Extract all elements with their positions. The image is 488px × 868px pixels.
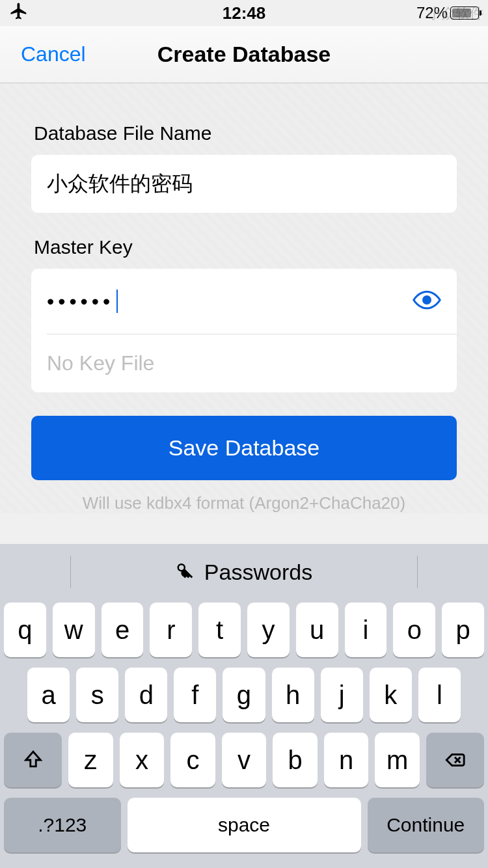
key-f[interactable]: f (174, 668, 216, 722)
text-cursor (116, 290, 118, 313)
backspace-key[interactable] (426, 733, 484, 787)
keyboard-rows: q w e r t y u i o p a s d f g h j k l (0, 600, 488, 852)
nav-bar: Cancel Create Database (0, 26, 488, 83)
eye-icon[interactable] (413, 286, 441, 317)
key-h[interactable]: h (272, 668, 314, 722)
key-n[interactable]: n (324, 733, 369, 787)
keyboard-suggestion-bar[interactable]: Passwords (0, 544, 488, 600)
page-title: Create Database (157, 42, 331, 67)
form-content: Database File Name Master Key •••••• No … (0, 83, 488, 513)
key-x[interactable]: x (120, 733, 165, 787)
key-e[interactable]: e (102, 603, 144, 657)
cancel-button[interactable]: Cancel (21, 42, 86, 66)
key-o[interactable]: o (393, 603, 435, 657)
symbols-key[interactable]: .?123 (4, 798, 121, 852)
key-y[interactable]: y (247, 603, 290, 657)
space-key[interactable]: space (128, 798, 361, 852)
status-time: 12:48 (0, 3, 488, 23)
battery-icon (450, 7, 479, 20)
status-bar: 12:48 72% (0, 0, 488, 26)
svg-point-0 (424, 297, 431, 304)
keyfile-placeholder: No Key File (47, 351, 154, 375)
key-a[interactable]: a (27, 668, 70, 722)
key-u[interactable]: u (296, 603, 338, 657)
key-t[interactable]: t (198, 603, 241, 657)
key-j[interactable]: j (321, 668, 363, 722)
key-p[interactable]: p (442, 603, 484, 657)
key-row-3: z x c v b n m (4, 733, 484, 787)
continue-key[interactable]: Continue (368, 798, 485, 852)
key-l[interactable]: l (418, 668, 461, 722)
key-r[interactable]: r (150, 603, 192, 657)
filename-input[interactable] (31, 155, 457, 213)
passwords-suggestion[interactable]: Passwords (204, 560, 312, 585)
filename-label: Database File Name (34, 122, 457, 144)
key-row-2: a s d f g h j k l (4, 668, 484, 722)
key-g[interactable]: g (223, 668, 265, 722)
key-row-4: .?123 space Continue (4, 798, 484, 852)
masterkey-label: Master Key (34, 236, 457, 258)
format-hint: Will use kdbx4 format (Argon2+ChaCha20) (31, 493, 457, 513)
masterkey-row[interactable]: •••••• (31, 269, 457, 334)
keyboard: Passwords q w e r t y u i o p a s d f g … (0, 544, 488, 868)
key-w[interactable]: w (53, 603, 95, 657)
key-row-1: q w e r t y u i o p (4, 603, 484, 657)
key-q[interactable]: q (4, 603, 46, 657)
key-b[interactable]: b (273, 733, 318, 787)
key-icon (176, 560, 195, 585)
key-c[interactable]: c (170, 733, 215, 787)
key-s[interactable]: s (76, 668, 118, 722)
save-button[interactable]: Save Database (31, 416, 457, 480)
masterkey-group: •••••• No Key File (31, 269, 457, 392)
keyfile-row[interactable]: No Key File (31, 334, 457, 392)
key-z[interactable]: z (68, 733, 113, 787)
key-v[interactable]: v (222, 733, 267, 787)
key-i[interactable]: i (345, 603, 387, 657)
shift-key[interactable] (4, 733, 62, 787)
masterkey-input[interactable]: •••••• (47, 290, 114, 314)
key-k[interactable]: k (370, 668, 412, 722)
key-m[interactable]: m (375, 733, 420, 787)
key-d[interactable]: d (125, 668, 167, 722)
